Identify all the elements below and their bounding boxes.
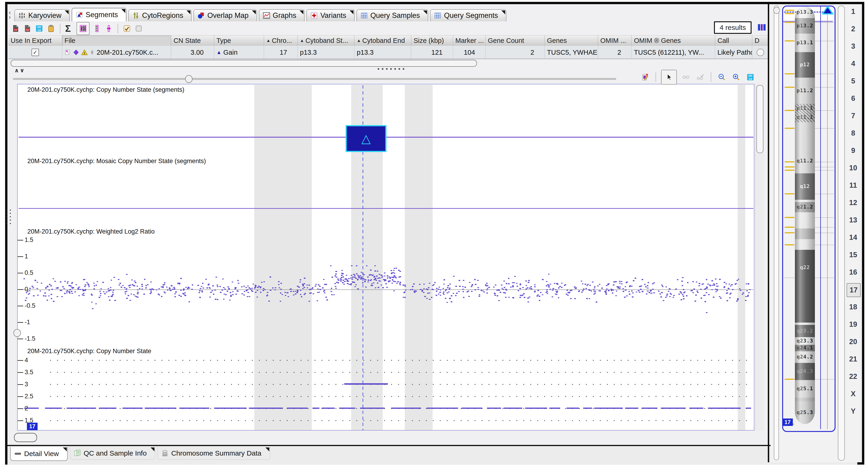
column-header-chro-[interactable]: ▲Chro... bbox=[264, 35, 298, 46]
cn-tick bbox=[18, 408, 23, 409]
chromosome-ideogram[interactable]: p13.3p13.2p13.1p12p11.2p11.1q11.1q11.2q1… bbox=[795, 6, 815, 424]
log2-tick bbox=[18, 322, 23, 323]
bottom-tab-detail-view[interactable]: Detail View bbox=[10, 447, 68, 461]
chromosome-item-8[interactable]: 8 bbox=[847, 127, 860, 140]
chromosome-item-20[interactable]: 20 bbox=[847, 335, 860, 348]
detail-plot[interactable]: 20M-201.cy750K.cychp: Copy Number State … bbox=[17, 84, 754, 431]
plot-horizontal-scrollbar-thumb[interactable] bbox=[14, 433, 37, 442]
cell-extra bbox=[752, 46, 769, 59]
column-header-gene-count[interactable]: Gene Count bbox=[486, 35, 545, 46]
select-all-checkbox-button[interactable] bbox=[122, 24, 131, 33]
clear-all-checkbox-button[interactable] bbox=[134, 24, 143, 33]
export-docx-button[interactable]: DOCX bbox=[745, 72, 756, 82]
column-header-cn-state[interactable]: CN State bbox=[171, 35, 214, 46]
bottom-tab-chromosome-summary-data[interactable]: Chromosome Summary Data bbox=[157, 447, 270, 460]
gain-segment-marker[interactable]: △ bbox=[346, 125, 386, 152]
log2-tick bbox=[18, 240, 23, 240]
scroll-right-icon[interactable]: › bbox=[9, 15, 11, 20]
tab-variants[interactable]: Variants bbox=[306, 9, 354, 21]
column-header-cytoband-end[interactable]: ▲Cytoband End bbox=[354, 35, 411, 46]
chromosome-item-4[interactable]: 4 bbox=[847, 57, 860, 70]
table-horizontal-scrollbar[interactable] bbox=[11, 60, 477, 67]
plot-vertical-scrollbar[interactable] bbox=[755, 84, 764, 431]
tab-query-segments[interactable]: Query Segments bbox=[430, 9, 506, 21]
column-header-size-kbp-[interactable]: Size (kbp) bbox=[411, 35, 453, 46]
column-header-d[interactable]: D bbox=[752, 35, 769, 46]
chromosome-item-14[interactable]: 14 bbox=[847, 231, 860, 244]
cursor-button[interactable] bbox=[661, 70, 677, 85]
ideogram-zoom-thumb[interactable] bbox=[773, 7, 780, 14]
annotation-button[interactable] bbox=[640, 72, 650, 82]
chromosome-item-X[interactable]: X bbox=[847, 388, 860, 400]
ideogram-scrollbar[interactable] bbox=[838, 6, 845, 461]
tab-overlap-map[interactable]: Overlap Map bbox=[193, 9, 257, 21]
left-splitter-grip[interactable] bbox=[6, 209, 11, 225]
panel-splitter[interactable] bbox=[768, 4, 769, 462]
bottom-tab-qc-and-sample-info[interactable]: QC and Sample Info bbox=[70, 447, 155, 460]
tab-query-samples[interactable]: Query Samples bbox=[356, 9, 428, 21]
row-checkbox[interactable]: ✓ bbox=[32, 49, 39, 56]
zoom-slider[interactable] bbox=[13, 76, 616, 80]
view-strip-button[interactable] bbox=[93, 24, 101, 33]
select-all-checkbox-icon bbox=[123, 25, 131, 32]
row-height-buttons[interactable]: ∧∨ bbox=[14, 67, 24, 74]
chromosome-item-16[interactable]: 16 bbox=[847, 266, 860, 279]
column-header-type[interactable]: Type bbox=[214, 35, 264, 46]
column-header-call[interactable]: Call bbox=[715, 35, 752, 46]
chromosome-item-18[interactable]: 18 bbox=[847, 301, 860, 313]
tab-segments[interactable]: Segments bbox=[72, 8, 126, 21]
export-pdf-button[interactable]: PDF bbox=[23, 24, 32, 33]
view-table-button[interactable] bbox=[76, 22, 90, 35]
chromosome-item-19[interactable]: 19 bbox=[847, 318, 860, 331]
column-header-use-in-export[interactable]: Use In Export bbox=[8, 35, 62, 46]
table-row[interactable]: ✓!♀20M-201.cy750K.c...3.00▲Gain17p13.3p1… bbox=[8, 46, 769, 59]
chromosome-item-7[interactable]: 7 bbox=[847, 109, 860, 122]
tab-graphs[interactable]: Graphs bbox=[259, 9, 305, 21]
ideogram-chromosome-badge: 17 bbox=[782, 419, 793, 426]
tab-karyoview[interactable]: Karyoview bbox=[14, 9, 70, 21]
gain-marker-icon[interactable] bbox=[822, 6, 834, 15]
sigma-button[interactable]: Σ bbox=[65, 24, 73, 33]
column-header-cytoband-st-[interactable]: ▲Cytoband St... bbox=[298, 35, 354, 46]
splitter-handle[interactable] bbox=[378, 68, 404, 70]
chromosome-item-22[interactable]: 22 bbox=[847, 370, 860, 383]
columns-icon[interactable] bbox=[757, 22, 767, 32]
chromosome-item-9[interactable]: 9 bbox=[847, 144, 860, 157]
column-header-omim-[interactable]: OMIM ... bbox=[598, 35, 632, 46]
chromosome-item-15[interactable]: 15 bbox=[847, 248, 860, 261]
chromosome-item-21[interactable]: 21 bbox=[847, 353, 860, 366]
chromosome-item-11[interactable]: 11 bbox=[847, 179, 860, 192]
export-docx-button[interactable]: DOCX bbox=[35, 24, 43, 33]
svg-text:PDF: PDF bbox=[26, 29, 29, 31]
chromosome-item-1[interactable]: 1 bbox=[847, 5, 860, 18]
plot-vscroll-thumb[interactable] bbox=[756, 85, 764, 153]
chromosome-item-6[interactable]: 6 bbox=[847, 92, 860, 105]
chromosome-item-12[interactable]: 12 bbox=[847, 196, 860, 209]
tab-corner-icon bbox=[121, 9, 125, 13]
zoom-slider-thumb[interactable] bbox=[185, 75, 192, 83]
column-header-marker-[interactable]: Marker ... bbox=[453, 35, 486, 46]
zoom-in-button[interactable] bbox=[731, 72, 741, 82]
left-slider-thumb[interactable] bbox=[13, 329, 21, 337]
chromosome-item-10[interactable]: 10 bbox=[847, 162, 860, 174]
chromosome-item-3[interactable]: 3 bbox=[847, 40, 860, 53]
ideogram-zoom-track[interactable] bbox=[774, 6, 779, 460]
tab-cytoregions[interactable]: CytoRegions bbox=[128, 9, 192, 21]
copy-clipboard-button[interactable] bbox=[46, 24, 56, 33]
chromosome-item-5[interactable]: 5 bbox=[847, 75, 860, 88]
column-header-genes[interactable]: Genes bbox=[545, 35, 598, 46]
chromosome-item-Y[interactable]: Y bbox=[847, 405, 860, 418]
tab-scroll-buttons[interactable]: ‹› bbox=[9, 10, 11, 20]
chromosome-item-17[interactable]: 17 bbox=[847, 283, 861, 297]
export-txt-button[interactable]: TXT bbox=[11, 24, 20, 33]
column-header-file[interactable]: File bbox=[62, 35, 171, 46]
zoom-out-button[interactable] bbox=[716, 72, 727, 82]
view-chromosome-button[interactable] bbox=[104, 24, 113, 33]
chromosome-item-2[interactable]: 2 bbox=[847, 23, 860, 35]
expand-icon[interactable]: ∨ bbox=[20, 67, 25, 74]
plot-toolbar: DOCX bbox=[640, 70, 756, 84]
collapse-icon[interactable]: ∧ bbox=[14, 67, 19, 74]
zoom-slider-track[interactable] bbox=[13, 78, 616, 80]
chromosome-item-13[interactable]: 13 bbox=[847, 214, 860, 227]
column-header-omim-genes[interactable]: OMIM ® Genes bbox=[632, 35, 715, 46]
